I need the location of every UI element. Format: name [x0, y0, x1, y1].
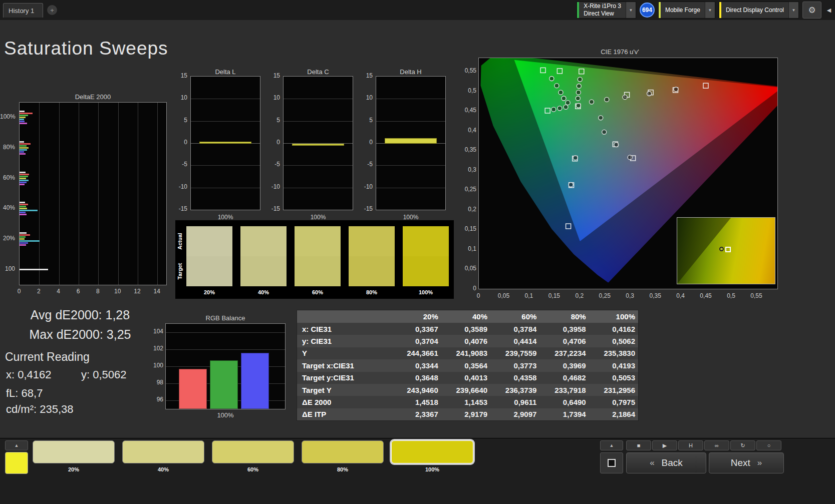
deltae-bar	[20, 115, 28, 116]
deltae-bar	[20, 176, 28, 177]
axis-tick-label: 80%	[0, 144, 15, 151]
delta-c-bar	[292, 144, 344, 146]
axis-tick-label: -5	[265, 161, 280, 168]
chevron-down-icon[interactable]: ▼	[788, 2, 798, 18]
meter-selector[interactable]: X-Rite i1Pro 3 Direct View ▼	[577, 2, 636, 19]
deltae-x-labels: 02468101214	[19, 288, 167, 296]
cell-value: 237,2234	[539, 347, 589, 359]
source-selector[interactable]: Mobile Forge ▼	[658, 2, 715, 19]
deltae-bar	[20, 212, 26, 213]
tab-history-1[interactable]: History 1	[3, 3, 43, 18]
actual-swatch	[403, 226, 449, 256]
gridline	[166, 332, 285, 333]
actual-swatch	[186, 226, 232, 256]
axis-tick-label: 10	[265, 94, 280, 101]
pattern-window-button[interactable]	[600, 452, 623, 473]
record-icon: ○	[767, 442, 771, 448]
square-icon	[608, 459, 616, 467]
cell-value: 0,3773	[490, 359, 539, 371]
green-bar	[210, 360, 238, 409]
pattern-h-icon: H	[689, 442, 693, 448]
loop-button[interactable]: ↻	[730, 440, 755, 450]
axis-tick-label: 10	[358, 94, 373, 101]
row-label: Target y:CIE31	[297, 372, 392, 384]
target-swatch	[403, 256, 449, 286]
axis-tick-label: -10	[265, 183, 280, 190]
up-arrow-icon: ▲	[15, 443, 19, 448]
current-color-swatch[interactable]	[5, 452, 28, 474]
axis-tick-label: 0	[18, 288, 21, 295]
pattern-swatch-60pct[interactable]	[212, 440, 294, 463]
cell-value: 243,9460	[392, 384, 441, 396]
pattern-swatch-label: 60%	[212, 466, 294, 472]
deltae-bar	[20, 145, 27, 147]
chevron-down-icon[interactable]: ▼	[626, 2, 636, 18]
current-reading-title: Current Reading	[5, 350, 90, 364]
deltae-bar	[20, 240, 40, 242]
stop-button[interactable]: ■	[626, 440, 651, 450]
loop-icon: ↻	[740, 442, 745, 449]
axis-tick-label: 5	[265, 117, 280, 124]
row-label: ΔE 2000	[297, 396, 392, 408]
meter-line1: X-Rite i1Pro 3	[584, 3, 621, 10]
column-header: 60%	[490, 310, 539, 323]
pattern-swatch-20pct[interactable]	[33, 440, 115, 463]
back-button[interactable]: « Back	[626, 452, 706, 473]
deltae-bar	[20, 121, 25, 122]
deltae-bar	[20, 147, 29, 149]
record-button[interactable]: ○	[756, 440, 781, 450]
collapse-panel-button[interactable]: ◀	[825, 2, 833, 19]
axis-tick-label: 0	[265, 139, 280, 146]
add-tab-button[interactable]: +	[47, 5, 57, 15]
avg-de2000-reading: Avg dE2000: 1,28	[20, 308, 140, 322]
next-arrow-icon: »	[757, 458, 762, 468]
gridline	[376, 121, 445, 122]
target-swatch	[295, 256, 341, 286]
cell-value: 0,4706	[539, 335, 589, 347]
delta-l-title: Delta L	[190, 68, 260, 76]
cell-value: 0,3589	[441, 323, 490, 335]
cell-value: 1,1453	[441, 396, 490, 408]
play-button[interactable]: ▶	[652, 440, 677, 450]
swatch-label: 80%	[349, 289, 395, 295]
target-row-label: Target	[177, 257, 183, 285]
axis-tick-label: 0,05	[456, 265, 476, 272]
collapse-up-right-button[interactable]: ▲	[600, 440, 623, 450]
cell-value: 0,3564	[441, 359, 490, 371]
axis-tick-label: 0,1	[525, 292, 533, 299]
display-control-selector[interactable]: Direct Display Control ▼	[719, 2, 799, 19]
axis-tick-label: 0,55	[750, 292, 762, 299]
axis-tick-label: 0,3	[456, 166, 476, 173]
axis-tick-label: 12	[134, 288, 140, 295]
continuous-measure-button[interactable]: ∞	[704, 440, 729, 450]
swatch-label: 100%	[403, 289, 449, 295]
max-de2000-reading: Max dE2000: 3,25	[20, 327, 140, 342]
next-button[interactable]: Next »	[709, 452, 784, 473]
collapse-up-left-button[interactable]: ▲	[5, 440, 28, 450]
deltae-bar	[20, 269, 48, 270]
topbar: History 1 + X-Rite i1Pro 3 Direct View ▼…	[0, 0, 835, 20]
chevron-down-icon[interactable]: ▼	[705, 2, 715, 18]
pattern-swatch-40pct[interactable]	[122, 440, 204, 463]
display-control-name: Direct Display Control	[721, 2, 788, 18]
pattern-generator-button[interactable]: H	[678, 440, 703, 450]
pattern-swatch-80pct[interactable]	[302, 440, 384, 463]
current-y-reading: y: 0,5062	[81, 368, 127, 381]
cell-value: 0,7975	[589, 396, 638, 408]
axis-tick-label: 20%	[0, 235, 15, 242]
pattern-swatch-label: 20%	[33, 466, 115, 472]
delta-l-bar	[199, 142, 251, 144]
deltae-bar	[20, 172, 26, 173]
deltae-bar	[20, 232, 27, 234]
axis-tick-label: 104	[148, 328, 163, 335]
stop-icon: ■	[637, 442, 641, 448]
axis-tick-label: 0	[456, 285, 476, 292]
pattern-swatch-100pct[interactable]	[391, 440, 473, 463]
cell-value: 2,9179	[441, 408, 490, 420]
swatch-strip: Actual Target 20%40%60%80%100%	[175, 220, 454, 299]
settings-button[interactable]: ⚙	[802, 2, 821, 19]
deltae-bar	[20, 208, 27, 209]
row-label: y: CIE31	[297, 335, 392, 347]
axis-tick-label: 2	[37, 288, 41, 295]
current-x-reading: x: 0,4162	[6, 368, 52, 381]
